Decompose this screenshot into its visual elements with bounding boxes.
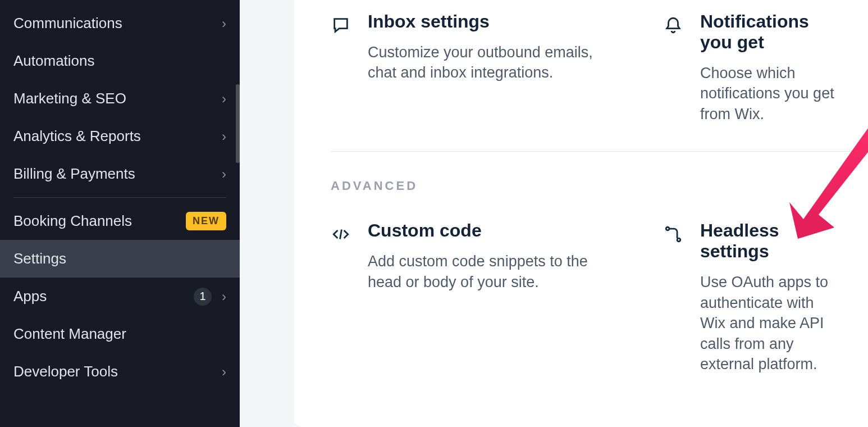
svg-point-1 (677, 238, 680, 242)
sidebar-item-communications[interactable]: Communications › (0, 4, 240, 42)
main-area: Inbox settings Customize your outbound e… (240, 0, 868, 427)
code-icon (331, 225, 351, 374)
sidebar-item-developer-tools[interactable]: Developer Tools › (0, 353, 240, 390)
sidebar-item-settings[interactable]: Settings (0, 240, 240, 278)
card-inbox-settings[interactable]: Inbox settings Customize your outbound e… (294, 11, 627, 124)
sidebar-item-label: Marketing & SEO (13, 90, 126, 107)
sidebar-item-content-manager[interactable]: Content Manager (0, 315, 240, 353)
chevron-right-icon: › (222, 289, 226, 305)
sidebar-item-analytics-reports[interactable]: Analytics & Reports › (0, 117, 240, 155)
sidebar-item-label: Analytics & Reports (13, 128, 141, 145)
chevron-right-icon: › (222, 364, 226, 380)
sidebar-item-marketing-seo[interactable]: Marketing & SEO › (0, 80, 240, 117)
chevron-right-icon: › (222, 129, 226, 144)
card-headless-settings[interactable]: Headless settings Use OAuth apps to auth… (627, 220, 868, 374)
settings-row: Custom code Add custom code snippets to … (294, 220, 868, 374)
path-icon (663, 225, 683, 374)
svg-point-0 (666, 228, 669, 231)
chat-icon (331, 16, 351, 124)
sidebar-item-apps[interactable]: Apps 1 › (0, 278, 240, 315)
sidebar-scrollbar-thumb[interactable] (236, 84, 240, 163)
sidebar-item-booking-channels[interactable]: Booking Channels NEW (0, 202, 240, 240)
card-desc: Add custom code snippets to the head or … (368, 251, 599, 292)
card-desc: Use OAuth apps to authenticate with Wix … (700, 272, 840, 374)
settings-row: Inbox settings Customize your outbound e… (294, 11, 868, 124)
section-divider (331, 151, 868, 152)
sidebar-item-label: Developer Tools (13, 363, 118, 380)
main-gutter (240, 0, 294, 427)
card-notifications[interactable]: Notifications you get Choose which notif… (627, 11, 868, 124)
sidebar-nav: Communications › Automations Marketing &… (0, 0, 240, 390)
sidebar-divider (13, 197, 226, 198)
sidebar: Communications › Automations Marketing &… (0, 0, 240, 427)
card-desc: Customize your outbound emails, chat and… (368, 42, 599, 83)
sidebar-item-label: Settings (13, 250, 66, 267)
sidebar-item-label: Booking Channels (13, 212, 132, 230)
card-title: Notifications you get (700, 11, 840, 53)
sidebar-item-label: Automations (13, 52, 95, 70)
card-desc: Choose which notifications you get from … (700, 63, 840, 124)
chevron-right-icon: › (222, 91, 226, 107)
chevron-right-icon: › (222, 16, 226, 31)
new-badge: NEW (186, 212, 226, 230)
card-custom-code[interactable]: Custom code Add custom code snippets to … (294, 220, 627, 374)
sidebar-item-billing-payments[interactable]: Billing & Payments › (0, 155, 240, 193)
sidebar-item-label: Communications (13, 15, 122, 32)
settings-panel: Inbox settings Customize your outbound e… (294, 0, 868, 427)
count-badge: 1 (194, 288, 212, 306)
card-title: Headless settings (700, 220, 840, 262)
card-title: Inbox settings (368, 11, 599, 32)
sidebar-item-label: Billing & Payments (13, 165, 135, 183)
bell-icon (663, 16, 683, 124)
sidebar-item-label: Content Manager (13, 325, 126, 343)
chevron-right-icon: › (222, 166, 226, 182)
card-title: Custom code (368, 220, 599, 241)
section-heading-advanced: ADVANCED (331, 179, 868, 193)
sidebar-item-label: Apps (13, 288, 47, 305)
sidebar-item-automations[interactable]: Automations (0, 42, 240, 80)
